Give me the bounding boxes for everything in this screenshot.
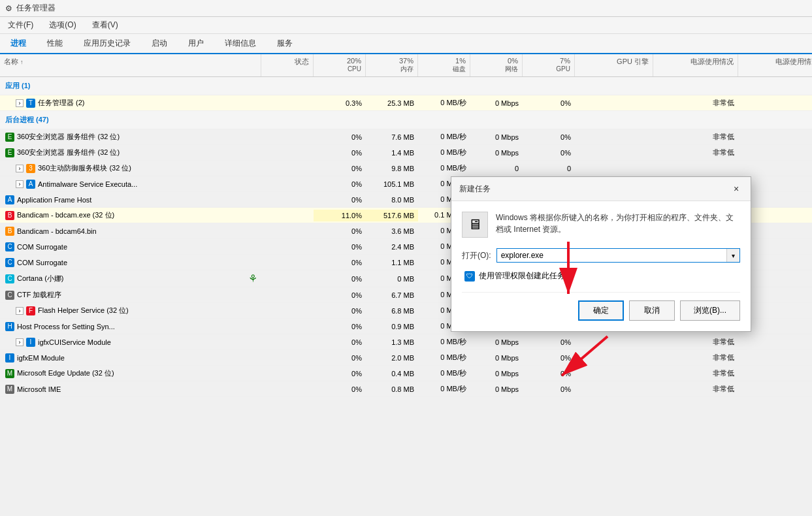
ok-button[interactable]: 确定 bbox=[578, 300, 624, 321]
name-360-3: 360主动防御服务模块 (32 位) bbox=[38, 163, 131, 173]
icon-360-1: E bbox=[5, 133, 14, 142]
icon-bandicam1: B bbox=[5, 211, 14, 220]
table-header: 名称 ↑ 状态 20%CPU 37%内存 1%磁盘 0%网络 7%GPU GPU… bbox=[0, 54, 812, 77]
col-header-name[interactable]: 名称 ↑ bbox=[0, 54, 261, 76]
name-flash: Flash Helper Service (32 位) bbox=[38, 306, 129, 315]
icon-msedgeupdate: M bbox=[5, 369, 14, 378]
dialog-body: 🖥 Windows 将根据你所键入的名称，为你打开相应的程序、文件夹、文档或 I… bbox=[451, 201, 751, 331]
row-msime[interactable]: M Microsoft IME 0% 0.8 MB 0 MB/秒 0 Mbps … bbox=[0, 381, 812, 397]
admin-text: 使用管理权限创建此任务。 bbox=[479, 270, 573, 282]
icon-ctf: C bbox=[5, 291, 14, 300]
menu-view[interactable]: 查看(V) bbox=[89, 18, 121, 32]
tab-app-history[interactable]: 应用历史记录 bbox=[73, 34, 141, 54]
col-header-gpu-engine[interactable]: GPU 引擎 bbox=[575, 54, 653, 76]
row-360-1[interactable]: E 360安全浏览器 服务组件 (32 位) 0% 7.6 MB 0 MB/秒 … bbox=[0, 129, 812, 145]
col-header-power-trend[interactable]: 电源使用情况 bbox=[738, 54, 812, 76]
net-task-manager: 0 Mbps bbox=[470, 97, 523, 109]
input-dropdown-arrow[interactable]: ▾ bbox=[726, 249, 739, 262]
icon-igfxcui: I bbox=[26, 338, 35, 347]
expand-task-manager[interactable]: › bbox=[16, 99, 24, 107]
expand-flash[interactable]: › bbox=[16, 307, 24, 315]
row-360-2[interactable]: E 360安全浏览器 服务组件 (32 位) 0% 1.4 MB 0 MB/秒 … bbox=[0, 145, 812, 161]
section-bg-label: 后台进程 (47) bbox=[5, 115, 49, 125]
open-input[interactable] bbox=[497, 249, 726, 262]
row-task-manager[interactable]: › T 任务管理器 (2) 0.3% 25.3 MB 0 MB/秒 0 Mbps… bbox=[0, 95, 812, 111]
tab-process[interactable]: 进程 bbox=[0, 34, 37, 54]
row-igfxem[interactable]: I igfxEM Module 0% 2.0 MB 0 MB/秒 0 Mbps … bbox=[0, 350, 812, 366]
icon-comsurrogate2: C bbox=[5, 258, 14, 267]
title-bar: ⚙ 任务管理器 bbox=[0, 0, 812, 17]
icon-appframe: A bbox=[5, 195, 14, 204]
cpu-task-manager: 0.3% bbox=[314, 97, 366, 109]
dialog-field-row: 打开(O): ▾ bbox=[462, 248, 740, 263]
name-360-1: 360安全浏览器 服务组件 (32 位) bbox=[17, 132, 120, 142]
col-header-mem[interactable]: 37%内存 bbox=[366, 54, 418, 76]
dialog-title-bar: 新建任务 × bbox=[451, 177, 751, 201]
name-igfxem: igfxEM Module bbox=[17, 354, 65, 362]
name-msime: Microsoft IME bbox=[17, 385, 61, 393]
browse-button[interactable]: 浏览(B)... bbox=[680, 300, 740, 321]
row-igfxcui[interactable]: › I igfxCUIService Module 0% 1.3 MB 0 MB… bbox=[0, 334, 812, 350]
cancel-button[interactable]: 取消 bbox=[629, 300, 675, 321]
tab-performance[interactable]: 性能 bbox=[37, 34, 73, 54]
icon-igfxem: I bbox=[5, 353, 14, 363]
name-bandicam1: Bandicam - bdcam.exe (32 位) bbox=[17, 210, 114, 220]
name-cortana: Cortana (小娜) bbox=[17, 274, 64, 283]
icon-flash: F bbox=[26, 306, 35, 315]
name-msedgeupdate: Microsoft Edge Update (32 位) bbox=[17, 368, 114, 378]
icon-cortana: C bbox=[5, 274, 14, 283]
name-bandicam2: Bandicam - bdcam64.bin bbox=[17, 227, 97, 235]
row-msedgeupdate[interactable]: M Microsoft Edge Update (32 位) 0% 0.4 MB… bbox=[0, 366, 812, 381]
input-container: ▾ bbox=[496, 248, 740, 263]
name-igfxcui: igfxCUIService Module bbox=[38, 338, 111, 346]
col-header-gpu[interactable]: 7%GPU bbox=[523, 54, 575, 76]
dialog-admin-row: 🛡 使用管理权限创建此任务。 bbox=[462, 270, 740, 282]
name-ctf: CTF 加载程序 bbox=[17, 290, 61, 300]
open-label: 打开(O): bbox=[462, 250, 491, 261]
expand-360-3[interactable]: › bbox=[16, 165, 24, 172]
leaf-icon: ⚘ bbox=[248, 272, 257, 285]
app-icon: ⚙ bbox=[5, 4, 12, 13]
icon-comsurrogate1: C bbox=[5, 242, 14, 251]
col-header-power[interactable]: 电源使用情况 bbox=[653, 54, 738, 76]
tab-services[interactable]: 服务 bbox=[267, 34, 303, 54]
name-hostprocess: Host Process for Setting Syn... bbox=[17, 323, 115, 331]
dialog-close-button[interactable]: × bbox=[730, 182, 743, 195]
icon-bandicam2: B bbox=[5, 227, 14, 236]
section-apps[interactable]: 应用 (1) bbox=[0, 77, 812, 95]
tab-users[interactable]: 用户 bbox=[178, 34, 214, 54]
row-360-3[interactable]: › 3 360主动防御服务模块 (32 位) 0% 9.8 MB 0 MB/秒 … bbox=[0, 161, 812, 176]
col-header-disk[interactable]: 1%磁盘 bbox=[418, 54, 470, 76]
tab-startup[interactable]: 启动 bbox=[141, 34, 178, 54]
section-background[interactable]: 后台进程 (47) bbox=[0, 111, 812, 129]
name-360-2: 360安全浏览器 服务组件 (32 位) bbox=[17, 148, 120, 157]
name-comsurrogate1: COM Surrogate bbox=[17, 243, 67, 251]
disk-task-manager: 0 MB/秒 bbox=[418, 96, 470, 110]
section-apps-label: 应用 (1) bbox=[5, 81, 31, 91]
tab-details[interactable]: 详细信息 bbox=[214, 34, 267, 54]
col-header-status[interactable]: 状态 bbox=[261, 54, 314, 76]
menu-file[interactable]: 文件(F) bbox=[5, 18, 36, 32]
icon-360-2: E bbox=[5, 148, 14, 157]
expand-antimalware[interactable]: › bbox=[16, 180, 24, 188]
dialog-button-row: 确定 取消 浏览(B)... bbox=[462, 292, 740, 321]
power-task-manager: 非常低 bbox=[653, 96, 738, 110]
name-task-manager: 任务管理器 (2) bbox=[38, 98, 85, 108]
title-text: 任务管理器 bbox=[16, 3, 56, 14]
icon-antimalware: A bbox=[26, 180, 35, 189]
menu-options[interactable]: 选项(O) bbox=[46, 18, 78, 32]
menu-bar: 文件(F) 选项(O) 查看(V) bbox=[0, 17, 812, 34]
dialog-title: 新建任务 bbox=[459, 184, 491, 195]
dialog-description: Windows 将根据你所键入的名称，为你打开相应的程序、文件夹、文档或 Int… bbox=[496, 212, 740, 235]
dialog-icon-row: 🖥 Windows 将根据你所键入的名称，为你打开相应的程序、文件夹、文档或 I… bbox=[462, 212, 740, 238]
name-antimalware: Antimalware Service Executa... bbox=[38, 180, 137, 188]
col-header-net[interactable]: 0%网络 bbox=[470, 54, 523, 76]
icon-task-manager: T bbox=[26, 99, 35, 108]
col-header-cpu[interactable]: 20%CPU bbox=[314, 54, 366, 76]
name-appframe: Application Frame Host bbox=[17, 196, 91, 204]
expand-igfxcui[interactable]: › bbox=[16, 338, 24, 346]
gpu-task-manager: 0% bbox=[523, 97, 575, 109]
new-task-dialog: 新建任务 × 🖥 Windows 将根据你所键入的名称，为你打开相应的程序、文件… bbox=[451, 176, 751, 332]
icon-hostprocess: H bbox=[5, 322, 14, 331]
computer-icon: 🖥 bbox=[462, 212, 488, 238]
